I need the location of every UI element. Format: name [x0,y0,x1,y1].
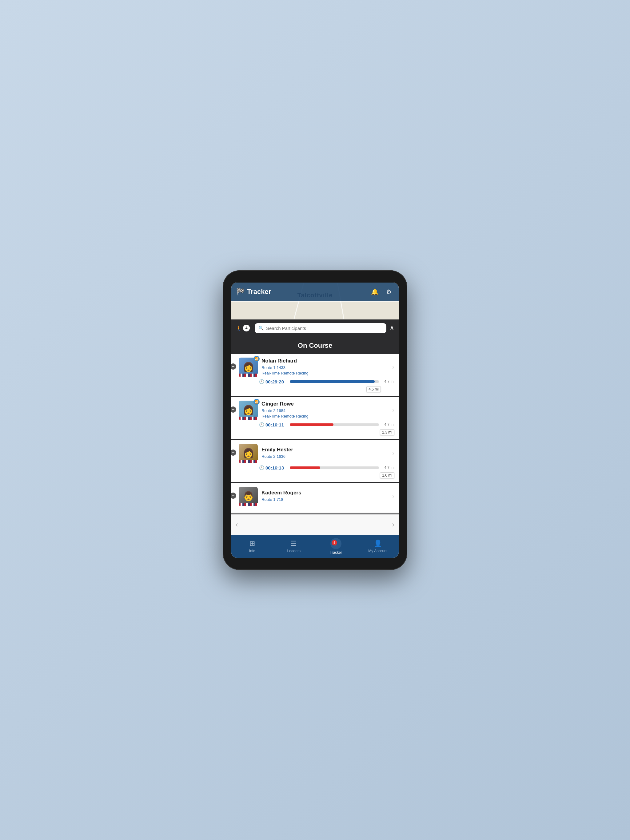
current-distance-tooltip: 4.5 mi [366,386,381,392]
total-distance: 4.7 mi [382,422,394,427]
next-arrow[interactable]: › [392,520,394,529]
on-course-header: On Course [231,337,399,354]
nav-item-account[interactable]: 👤 My Account [357,535,399,558]
time-display: 🕐 00:29:20 [259,379,287,384]
minus-button-kadeem[interactable]: − [231,493,236,499]
nav-label-leaders: Leaders [287,549,301,553]
clock-icon: 🕐 [259,379,264,384]
card-info-nolan: Nolan Richard Route 1 1433Real-Time Remo… [261,358,390,376]
nav-item-info[interactable]: ⊞ Info [231,535,273,558]
progress-bar-fill [290,423,334,426]
avatar-nolan: 👩 📶 [239,358,258,377]
live-signal-icon: 📶 [253,356,260,362]
participant-route: Route 2 1684Real-Time Remote Racing [261,408,390,419]
search-input[interactable] [266,325,383,331]
card-info-emily: Emily Hester Route 2 1636 [261,447,390,459]
progress-bar-wrap [290,466,379,469]
minus-button-nolan[interactable]: − [231,363,236,369]
account-icon: 👤 [374,540,382,548]
participant-name: Nolan Richard [261,358,390,364]
flag-strip [239,374,258,377]
card-main-nolan: − 👩 📶 Nolan Richard Route 1 1433Real-Tim… [231,354,399,379]
current-distance-tooltip: 1.6 mi [380,472,394,478]
progress-bar-wrap [290,381,379,383]
search-icon: 🔍 [258,325,264,330]
progress-row: 🕐 00:16:13 4.7 mi [259,465,394,471]
card-progress-emily: 🕐 00:16:13 4.7 mi 1.6 mi [231,465,399,482]
participant-card: − 👨 Kadeem Rogers Route 1 718 › [231,483,399,513]
live-signal-icon: 📶 [253,399,260,405]
flag-strip [239,503,258,506]
participant-card: − 👩 📶 Nolan Richard Route 1 1433Real-Tim… [231,354,399,396]
card-info-ginger: Ginger Rowe Route 2 1684Real-Time Remote… [261,401,390,419]
card-progress-ginger: 🕐 00:16:11 4.7 mi 2.3 mi [231,422,399,439]
nav-item-tracker[interactable]: 🚶 4 Tracker [315,535,357,558]
participant-count-badge: 🚶 4 [236,325,252,332]
tracker-badge: 4 [332,540,337,545]
tracker-nav-icon: 🚶 4 [330,538,342,549]
progress-bar-wrap [290,423,379,426]
avatar-emily: 👩 [239,444,258,463]
app-logo-icon: 🏁 [236,288,245,296]
elapsed-time: 00:29:20 [266,379,284,384]
avatar-ginger: 👩 📶 [239,401,258,420]
card-main-ginger: − 👩 📶 Ginger Rowe Route 2 1684Real-Time … [231,397,399,422]
nav-item-leaders[interactable]: ☰ Leaders [273,535,315,558]
leaders-icon: ☰ [291,540,297,548]
time-display: 🕐 00:16:13 [259,465,287,471]
flag-strip [239,417,258,420]
search-input-wrap[interactable]: 🔍 [255,323,386,333]
minus-button-emily[interactable]: − [231,450,236,456]
clock-icon: 🕐 [259,465,264,470]
header-actions: 🔔 ⚙ [370,287,394,297]
collapse-button[interactable]: ∧ [389,324,394,332]
flag-strip [239,459,258,463]
participant-card: − 👩 Emily Hester Route 2 1636 › [231,440,399,482]
gear-icon[interactable]: ⚙ [384,287,394,297]
header-bar: 🏁 Tracker 🔔 ⚙ [231,283,399,301]
detail-chevron[interactable]: › [392,493,394,500]
detail-chevron[interactable]: › [392,363,394,371]
nav-label-account: My Account [368,549,387,553]
detail-chevron[interactable]: › [392,406,394,414]
participant-list: − 👩 📶 Nolan Richard Route 1 1433Real-Tim… [231,354,399,513]
participant-count: 4 [243,325,250,332]
device-frame: Talcottville 🏁 Tracker 🔔 ⚙ 🚶 4 🔍 ∧ [223,270,407,570]
participant-route: Route 2 1636 [261,454,390,459]
total-distance: 4.7 mi [382,466,394,470]
elapsed-time: 00:16:11 [266,422,284,427]
on-course-label: On Course [298,342,332,349]
progress-row: 🕐 00:29:20 4.7 mi [259,379,394,384]
bottom-navigation: ⊞ Info ☰ Leaders 🚶 4 Tracker 👤 My Accoun… [231,535,399,558]
card-progress-nolan: 🕐 00:29:20 4.7 mi 4.5 mi [231,379,399,396]
minus-button-ginger[interactable]: − [231,406,236,413]
total-distance: 4.7 mi [382,379,394,384]
bottom-card-area: ‹ › [231,513,399,535]
prev-arrow[interactable]: ‹ [236,520,238,529]
participant-route: Route 1 1433Real-Time Remote Racing [261,365,390,376]
screen: Talcottville 🏁 Tracker 🔔 ⚙ 🚶 4 🔍 ∧ [231,283,399,558]
time-display: 🕐 00:16:11 [259,422,287,427]
participant-card: − 👩 📶 Ginger Rowe Route 2 1684Real-Time … [231,397,399,439]
app-title: Tracker [247,288,370,296]
bell-icon[interactable]: 🔔 [370,287,380,297]
search-area: 🚶 4 🔍 ∧ [231,319,399,337]
clock-icon: 🕐 [259,422,264,427]
nav-label-tracker: Tracker [330,550,342,555]
current-distance-tooltip: 2.3 mi [380,429,394,435]
progress-bar-fill [290,381,375,383]
card-info-kadeem: Kadeem Rogers Route 1 718 [261,490,390,502]
progress-row: 🕐 00:16:11 4.7 mi [259,422,394,427]
elapsed-time: 00:16:13 [266,465,284,471]
participant-name: Ginger Rowe [261,401,390,407]
nav-label-info: Info [249,549,255,553]
participant-name: Emily Hester [261,447,390,453]
participant-name: Kadeem Rogers [261,490,390,496]
card-main-emily: − 👩 Emily Hester Route 2 1636 › [231,440,399,465]
participant-route: Route 1 718 [261,497,390,502]
avatar-kadeem: 👨 [239,487,258,506]
detail-chevron[interactable]: › [392,450,394,456]
info-icon: ⊞ [250,540,255,548]
card-main-kadeem: − 👨 Kadeem Rogers Route 1 718 › [231,483,399,508]
progress-bar-fill [290,466,320,469]
